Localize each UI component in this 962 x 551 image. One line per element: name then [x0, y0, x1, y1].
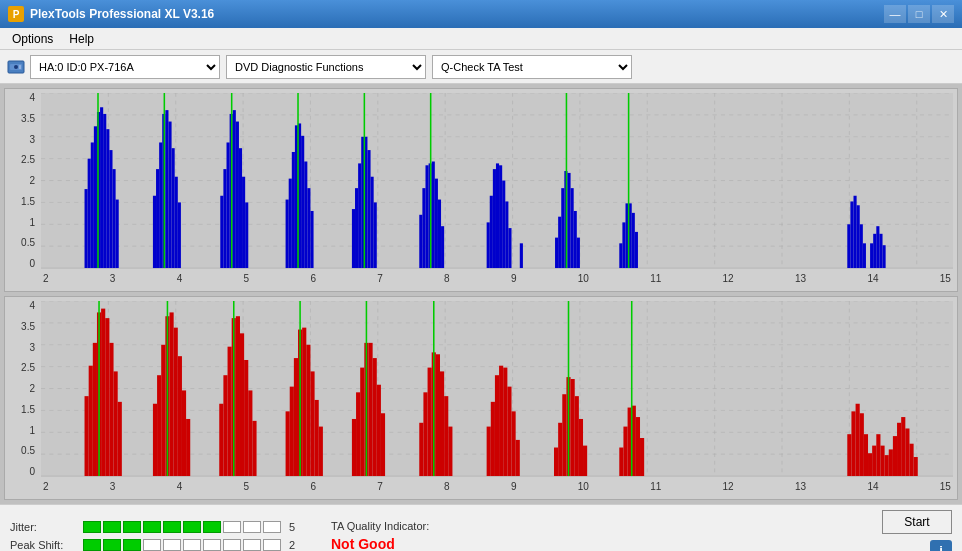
- bottom-chart-x-axis: 2 3 4 5 6 7 8 9 10 11 12 13 14 15: [41, 477, 953, 495]
- svg-rect-54: [236, 122, 239, 269]
- svg-rect-240: [897, 423, 901, 476]
- svg-rect-64: [301, 136, 304, 268]
- svg-rect-29: [91, 142, 94, 268]
- svg-rect-95: [520, 243, 523, 268]
- svg-rect-170: [236, 316, 240, 476]
- svg-rect-83: [435, 179, 438, 268]
- svg-rect-242: [905, 428, 909, 476]
- peak-shift-value: 2: [289, 539, 301, 551]
- svg-rect-118: [870, 243, 873, 268]
- svg-rect-53: [233, 110, 236, 268]
- svg-rect-43: [165, 110, 168, 268]
- svg-rect-197: [428, 368, 432, 476]
- menubar: Options Help: [0, 28, 962, 50]
- svg-rect-109: [632, 213, 635, 268]
- peak-seg-3: [123, 539, 141, 551]
- svg-rect-176: [286, 411, 290, 476]
- jitter-seg-10: [263, 521, 281, 533]
- svg-rect-163: [182, 390, 186, 476]
- y-label-1b: 1: [29, 426, 35, 436]
- svg-rect-213: [558, 423, 562, 476]
- svg-rect-161: [174, 328, 178, 476]
- device-selector: HA:0 ID:0 PX-716A: [6, 55, 220, 79]
- svg-rect-78: [419, 215, 422, 268]
- svg-rect-61: [292, 152, 295, 268]
- svg-rect-167: [223, 375, 227, 476]
- x-label-12: 12: [723, 273, 734, 284]
- peak-seg-7: [203, 539, 221, 551]
- svg-rect-44: [168, 122, 171, 269]
- svg-rect-91: [499, 165, 502, 268]
- svg-rect-239: [893, 436, 897, 476]
- svg-rect-147: [89, 366, 93, 476]
- maximize-button[interactable]: □: [908, 5, 930, 23]
- jitter-seg-4: [143, 521, 161, 533]
- svg-rect-114: [854, 196, 857, 268]
- function-select[interactable]: DVD Diagnostic Functions: [226, 55, 426, 79]
- y-label-2: 2: [29, 176, 35, 186]
- x-label-4: 4: [177, 273, 183, 284]
- drive-select[interactable]: HA:0 ID:0 PX-716A: [30, 55, 220, 79]
- minimize-button[interactable]: —: [884, 5, 906, 23]
- svg-rect-69: [352, 209, 355, 268]
- start-button[interactable]: Start: [882, 510, 952, 534]
- y-label-3b: 3: [29, 343, 35, 353]
- close-button[interactable]: ✕: [932, 5, 954, 23]
- svg-rect-184: [319, 427, 323, 476]
- svg-rect-162: [178, 356, 182, 476]
- svg-rect-66: [307, 188, 310, 268]
- svg-rect-234: [872, 446, 876, 476]
- svg-rect-67: [310, 211, 313, 268]
- svg-rect-75: [371, 177, 374, 268]
- svg-rect-199: [436, 354, 440, 476]
- svg-rect-101: [571, 188, 574, 268]
- svg-rect-93: [505, 201, 508, 268]
- svg-rect-40: [156, 169, 159, 268]
- svg-rect-168: [228, 347, 232, 476]
- svg-rect-207: [499, 366, 503, 476]
- svg-rect-190: [368, 343, 372, 476]
- svg-rect-233: [868, 453, 872, 476]
- jitter-seg-7: [203, 521, 221, 533]
- peak-seg-6: [183, 539, 201, 551]
- test-select[interactable]: Q-Check TA Test: [432, 55, 632, 79]
- svg-rect-186: [352, 419, 356, 476]
- svg-rect-49: [220, 196, 223, 268]
- metric-row: Jitter: 5 Peak Shift:: [10, 521, 301, 551]
- svg-rect-89: [493, 169, 496, 268]
- svg-rect-116: [860, 224, 863, 268]
- svg-rect-166: [219, 404, 223, 476]
- menu-options[interactable]: Options: [4, 30, 61, 48]
- y-label-05b: 0.5: [21, 446, 35, 456]
- svg-rect-243: [909, 444, 913, 476]
- svg-rect-241: [901, 417, 905, 476]
- y-label-35: 3.5: [21, 114, 35, 124]
- x-label-8: 8: [444, 273, 450, 284]
- svg-rect-35: [109, 150, 112, 268]
- svg-rect-212: [554, 448, 558, 477]
- svg-rect-96: [555, 238, 558, 268]
- svg-rect-188: [360, 368, 364, 476]
- info-button[interactable]: i: [930, 540, 952, 552]
- menu-help[interactable]: Help: [61, 30, 102, 48]
- jitter-metric: Jitter: 5: [10, 521, 301, 533]
- svg-rect-32: [100, 107, 103, 268]
- svg-rect-160: [170, 312, 174, 476]
- x-label-6: 6: [310, 273, 316, 284]
- svg-rect-97: [558, 217, 561, 268]
- svg-rect-180: [302, 328, 306, 476]
- x-label-2: 2: [43, 273, 49, 284]
- svg-rect-102: [574, 211, 577, 268]
- y-label-0b: 0: [29, 467, 35, 477]
- svg-rect-217: [575, 396, 579, 476]
- svg-rect-201: [444, 396, 448, 476]
- svg-rect-56: [242, 177, 245, 268]
- svg-rect-46: [175, 177, 178, 268]
- svg-rect-192: [377, 385, 381, 476]
- svg-rect-218: [579, 419, 583, 476]
- drive-icon: [6, 57, 26, 77]
- svg-rect-200: [440, 371, 444, 476]
- ta-quality-value: Not Good: [331, 536, 395, 552]
- titlebar: P PlexTools Professional XL V3.16 — □ ✕: [0, 0, 962, 28]
- y-label-0: 0: [29, 259, 35, 269]
